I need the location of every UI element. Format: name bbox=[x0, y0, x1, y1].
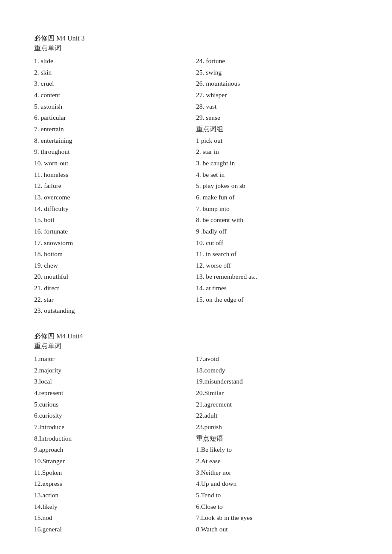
list-item: 22.adult bbox=[196, 410, 358, 421]
list-item: 12.express bbox=[34, 478, 196, 490]
list-item: 23.punish bbox=[196, 421, 358, 433]
list-item: 3.local bbox=[34, 376, 196, 387]
list-item: 5.Tend to bbox=[196, 490, 358, 501]
list-item: 1.Be likely to bbox=[196, 444, 358, 456]
list-item: 5. play jokes on sb bbox=[196, 180, 358, 192]
list-item: 2.At ease bbox=[196, 456, 358, 467]
list-item: 15. boil bbox=[34, 214, 196, 226]
list-item: 10.Stranger bbox=[34, 456, 196, 467]
list-item: 18.comedy bbox=[196, 365, 358, 376]
list-item: 1.major bbox=[34, 353, 196, 365]
list-item: 3.Neither nor bbox=[196, 467, 358, 479]
unit4-subtitle: 重点单词 bbox=[34, 342, 358, 351]
list-item: 21. direct bbox=[34, 283, 196, 294]
list-item: 11. homeless bbox=[34, 169, 196, 181]
list-item: 3. cruel bbox=[34, 78, 196, 89]
list-item: 6. particular bbox=[34, 112, 196, 124]
unit3-title: 必修四 M4 Unit 3 bbox=[34, 34, 358, 43]
list-item: 16. fortunate bbox=[34, 226, 196, 237]
list-item: 19. chew bbox=[34, 260, 196, 271]
list-item: 12. worse off bbox=[196, 260, 358, 271]
list-item: 2. skin bbox=[34, 67, 196, 78]
list-item: 15. on the edge of bbox=[196, 294, 358, 306]
list-item: 26. mountainous bbox=[196, 78, 358, 89]
list-item: 10. cut off bbox=[196, 237, 358, 249]
unit3-phrases-title: 重点词组 bbox=[196, 124, 358, 135]
list-item: 14. difficulty bbox=[34, 203, 196, 215]
list-item: 17. snowstorm bbox=[34, 237, 196, 249]
list-item: 28. vast bbox=[196, 101, 358, 113]
list-item: 9 .badly off bbox=[196, 226, 358, 237]
list-item: 27. whisper bbox=[196, 89, 358, 101]
list-item: 25. swing bbox=[196, 67, 358, 78]
list-item: 7. bump into bbox=[196, 203, 358, 215]
unit4-right-section: 17.avoid18.comedy19.misunderstand20.Simi… bbox=[196, 353, 358, 535]
list-item: 1 pick out bbox=[196, 135, 358, 147]
list-item: 4. be set in bbox=[196, 169, 358, 181]
list-item: 6.Close to bbox=[196, 501, 358, 513]
unit3-right-section: 24. fortune25. swing26. mountainous27. w… bbox=[196, 55, 358, 317]
list-item: 11. in search of bbox=[196, 248, 358, 260]
list-item: 10. worn-out bbox=[34, 158, 196, 169]
list-item: 8.Introduction bbox=[34, 433, 196, 444]
list-item: 7. entertain bbox=[34, 124, 196, 135]
list-item: 17.avoid bbox=[196, 353, 358, 365]
list-item: 4.represent bbox=[34, 387, 196, 399]
list-item: 6. make fun of bbox=[196, 192, 358, 203]
unit4-left-words: 1.major2.majority3.local4.represent5.cur… bbox=[34, 353, 196, 535]
unit4-section: 必修四 M4 Unit4 重点单词 1.major2.majority3.loc… bbox=[34, 332, 358, 535]
list-item: 2.majority bbox=[34, 365, 196, 376]
list-item: 4. content bbox=[34, 89, 196, 101]
list-item: 5.curious bbox=[34, 399, 196, 410]
unit3-left-words: 1. slide2. skin3. cruel4. content5. asto… bbox=[34, 55, 196, 317]
list-item: 24. fortune bbox=[196, 55, 358, 67]
list-item: 7.Introduce bbox=[34, 421, 196, 433]
list-item: 14.likely bbox=[34, 501, 196, 513]
list-item: 20.Similar bbox=[196, 387, 358, 399]
list-item: 15.nod bbox=[34, 512, 196, 524]
list-item: 14. at times bbox=[196, 283, 358, 294]
list-item: 1. slide bbox=[34, 55, 196, 67]
list-item: 29. sense bbox=[196, 112, 358, 124]
unit4-title: 必修四 M4 Unit4 bbox=[34, 332, 358, 341]
list-item: 13.action bbox=[34, 490, 196, 501]
list-item: 3. be caught in bbox=[196, 158, 358, 169]
list-item: 7.Look sb in the eyes bbox=[196, 512, 358, 524]
list-item: 23. outstanding bbox=[34, 305, 196, 317]
list-item: 21.agreement bbox=[196, 399, 358, 410]
list-item: 8. be content with bbox=[196, 214, 358, 226]
unit3-section: 必修四 M4 Unit 3 重点单词 1. slide2. skin3. cru… bbox=[34, 34, 358, 317]
list-item: 13. overcome bbox=[34, 192, 196, 203]
list-item: 12. failure bbox=[34, 180, 196, 192]
list-item: 5. astonish bbox=[34, 101, 196, 113]
list-item: 18. bottom bbox=[34, 248, 196, 260]
list-item: 9.approach bbox=[34, 444, 196, 456]
list-item: 9. throughout bbox=[34, 146, 196, 158]
list-item: 11.Spoken bbox=[34, 467, 196, 479]
unit4-phrases-title: 重点短语 bbox=[196, 433, 358, 444]
list-item: 22. star bbox=[34, 294, 196, 306]
list-item: 16.general bbox=[34, 524, 196, 535]
list-item: 20. mouthful bbox=[34, 271, 196, 283]
list-item: 6.curiosity bbox=[34, 410, 196, 421]
list-item: 19.misunderstand bbox=[196, 376, 358, 387]
list-item: 2. star in bbox=[196, 146, 358, 158]
unit3-subtitle: 重点单词 bbox=[34, 44, 358, 53]
list-item: 13. be remembered as.. bbox=[196, 271, 358, 283]
list-item: 8. entertaining bbox=[34, 135, 196, 147]
list-item: 8.Watch out bbox=[196, 524, 358, 535]
list-item: 4.Up and down bbox=[196, 478, 358, 490]
